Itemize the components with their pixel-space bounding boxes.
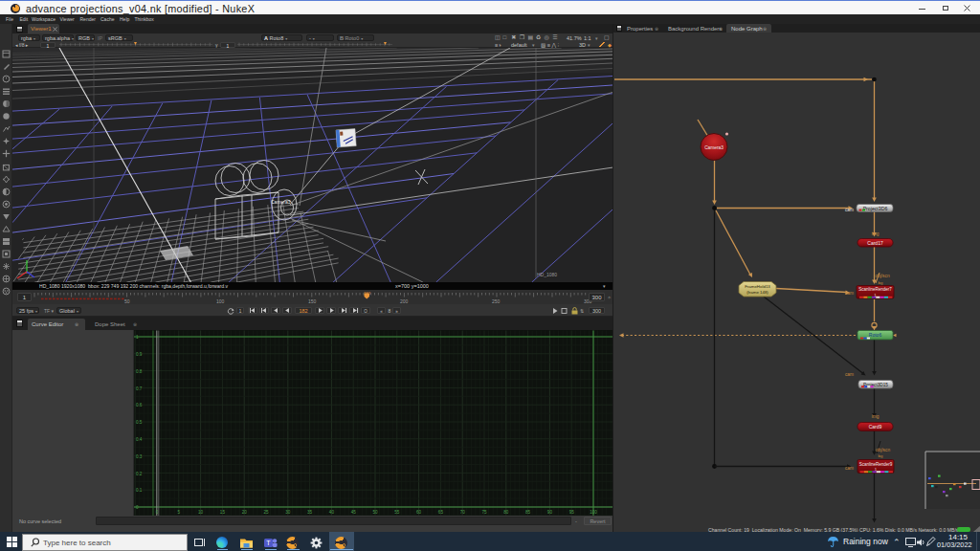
svg-text:Camera3: Camera3: [704, 145, 724, 150]
svg-text:0.9: 0.9: [136, 352, 143, 357]
svg-text:Roto6: Roto6: [869, 332, 882, 338]
svg-text:45: 45: [351, 510, 357, 515]
svg-text:0.1: 0.1: [136, 488, 143, 493]
svg-text:FrameHold13: FrameHold13: [745, 284, 770, 289]
svg-text:cam: cam: [845, 372, 854, 377]
svg-text:bg: bg: [879, 280, 883, 285]
svg-text:Card17: Card17: [867, 240, 883, 246]
svg-text:img: img: [872, 414, 880, 419]
svg-text:55: 55: [394, 510, 400, 515]
svg-text:65: 65: [438, 510, 444, 515]
svg-text:0.3: 0.3: [136, 454, 143, 459]
svg-text:img: img: [872, 231, 880, 236]
svg-text:obj/scn: obj/scn: [875, 274, 890, 278]
svg-text:cam: cam: [845, 208, 854, 212]
svg-text:182: 182: [364, 291, 371, 296]
svg-text:60: 60: [416, 510, 422, 515]
svg-text:ScanlineRender9: ScanlineRender9: [859, 462, 893, 467]
svg-text:0.8: 0.8: [136, 369, 143, 374]
svg-text:5: 5: [178, 510, 181, 515]
svg-text:0.5: 0.5: [136, 420, 143, 425]
svg-text:0.2: 0.2: [136, 472, 143, 476]
svg-text:90: 90: [547, 510, 553, 515]
svg-text:95: 95: [569, 510, 575, 515]
svg-text:bg: bg: [879, 453, 883, 458]
svg-text:50: 50: [372, 510, 378, 515]
svg-text:20: 20: [242, 510, 248, 515]
svg-text:85: 85: [525, 510, 531, 515]
svg-text:(frame 148): (frame 148): [746, 290, 768, 295]
svg-text:Card9: Card9: [869, 424, 882, 430]
svg-text:80: 80: [503, 510, 509, 515]
svg-text:0.6: 0.6: [136, 403, 143, 408]
svg-text:0.4: 0.4: [136, 437, 143, 442]
svg-text:cam: cam: [845, 291, 854, 296]
svg-text:Project3D6: Project3D6: [863, 206, 888, 211]
svg-text:1: 1: [136, 335, 139, 340]
svg-text:0: 0: [136, 505, 139, 510]
svg-text:40: 40: [329, 510, 335, 515]
svg-text:0: 0: [156, 510, 159, 515]
svg-text:35: 35: [307, 510, 313, 515]
svg-text:15: 15: [220, 510, 226, 515]
svg-text:T: T: [266, 540, 271, 546]
svg-text:cam: cam: [845, 466, 854, 471]
svg-text:30: 30: [285, 510, 291, 515]
svg-text:70: 70: [460, 510, 466, 515]
svg-text:obj/scn: obj/scn: [876, 448, 891, 452]
svg-text:10: 10: [198, 510, 204, 515]
svg-text:25: 25: [263, 510, 269, 515]
svg-text:100: 100: [590, 510, 597, 515]
svg-text:75: 75: [481, 510, 487, 515]
svg-text:0.7: 0.7: [136, 386, 143, 391]
